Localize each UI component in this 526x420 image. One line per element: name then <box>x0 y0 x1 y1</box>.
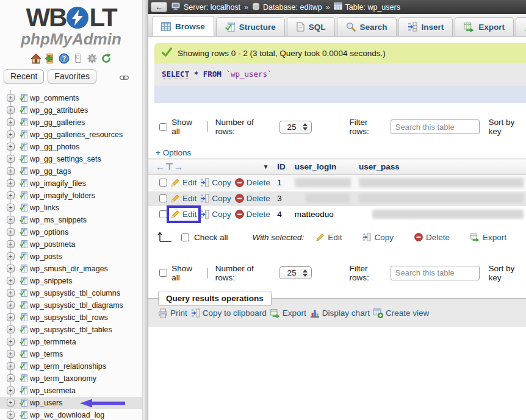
column-order-icons[interactable]: ←⊤→ <box>156 162 184 173</box>
back-button[interactable]: ← <box>151 2 167 12</box>
expand-plus-icon[interactable]: + <box>7 216 15 224</box>
print-link[interactable]: Print <box>158 308 187 318</box>
sidebar-table-item[interactable]: + wp_wc_download_log <box>0 409 142 420</box>
row-delete-link[interactable]: Delete <box>235 210 270 219</box>
expand-plus-icon[interactable]: + <box>7 179 15 187</box>
expand-plus-icon[interactable]: + <box>7 167 15 175</box>
sidebar-table-item[interactable]: + wp_supsystic_tbl_rows <box>0 311 142 324</box>
sidebar-table-item[interactable]: + wp_usermeta <box>0 385 142 397</box>
show-all-checkbox[interactable] <box>159 269 167 277</box>
expand-plus-icon[interactable]: + <box>7 338 15 346</box>
breadcrumb-table[interactable]: Table: wp_users <box>334 2 400 12</box>
sidebar-table-item[interactable]: + wp_users <box>0 397 142 409</box>
row-copy-link[interactable]: Copy <box>200 194 231 203</box>
help-icon[interactable]: ? <box>59 53 70 64</box>
column-header-user-pass[interactable]: user_pass <box>356 159 526 175</box>
row-edit-link[interactable]: Edit <box>171 194 196 203</box>
sidebar-table-item[interactable]: + wp_postmeta <box>0 238 142 251</box>
row-checkbox[interactable] <box>159 179 167 187</box>
expand-plus-icon[interactable]: + <box>7 313 15 321</box>
filter-rows-input[interactable] <box>391 266 480 280</box>
expand-plus-icon[interactable]: + <box>7 155 15 163</box>
sidebar-table-item[interactable]: + wp_supsystic_tbl_diagrams <box>0 299 142 311</box>
sidebar-table-item[interactable]: + wp_ms_snippets <box>0 214 142 226</box>
expand-plus-icon[interactable]: + <box>7 143 15 151</box>
expand-plus-icon[interactable]: + <box>7 386 15 394</box>
expand-plus-icon[interactable]: + <box>7 411 15 419</box>
sql-keyword-select[interactable]: SELECT <box>162 69 189 79</box>
expand-plus-icon[interactable]: + <box>7 362 15 370</box>
sidebar-table-item[interactable]: + wp_gg_galleries <box>0 116 142 129</box>
sidebar-table-item[interactable]: + wp_gg_galleries_resources <box>0 129 142 141</box>
sidebar-table-item[interactable]: + wp_gg_attributes <box>0 104 142 116</box>
with-selected-export[interactable]: Export <box>470 233 506 242</box>
tab-export[interactable]: Export <box>455 17 514 36</box>
tab-sql[interactable]: SQL <box>287 17 335 36</box>
recent-tab[interactable]: Recent <box>4 69 44 84</box>
favorites-tab[interactable]: Favorites <box>48 69 96 84</box>
refresh-icon[interactable] <box>101 53 112 64</box>
number-of-rows-select[interactable]: 25 <box>279 121 311 133</box>
expand-plus-icon[interactable]: + <box>7 191 15 199</box>
sidebar-table-item[interactable]: + wp_imagify_files <box>0 177 142 190</box>
sidebar-table-item[interactable]: + wp_imagify_folders <box>0 190 142 202</box>
tab-insert[interactable]: Insert <box>398 17 453 36</box>
number-of-rows-select[interactable]: 25 <box>279 266 311 279</box>
sidebar-table-item[interactable]: + wp_termmeta <box>0 336 142 348</box>
sidebar-resize-handle[interactable] <box>142 0 148 420</box>
row-checkbox[interactable] <box>159 194 167 202</box>
expand-plus-icon[interactable]: + <box>7 228 15 236</box>
copy-to-clipboard-link[interactable]: Copy to clipboard <box>191 308 267 318</box>
row-edit-link[interactable]: Edit <box>171 210 196 219</box>
breadcrumb-database[interactable]: Database: editwp <box>252 2 322 12</box>
expand-plus-icon[interactable]: + <box>7 326 15 333</box>
expand-plus-icon[interactable]: + <box>7 350 15 358</box>
tab-search[interactable]: Search <box>337 17 397 36</box>
expand-plus-icon[interactable]: + <box>7 301 15 309</box>
row-checkbox[interactable] <box>159 210 167 218</box>
sidebar-table-item[interactable]: + wp_supsystic_tbl_tables <box>0 324 142 336</box>
expand-plus-icon[interactable]: + <box>7 106 15 114</box>
sidebar-table-item[interactable]: + wp_gg_settings_sets <box>0 153 142 165</box>
tab-structure[interactable]: Structure <box>216 17 285 36</box>
column-header-id[interactable]: ID <box>275 159 292 175</box>
expand-plus-icon[interactable]: + <box>7 252 15 260</box>
sidebar-table-item[interactable]: + wp_supsystic_tbl_columns <box>0 287 142 299</box>
sidebar-table-item[interactable]: + wp_snippets <box>0 275 142 287</box>
logout-door-icon[interactable] <box>45 53 56 64</box>
with-selected-copy[interactable]: Copy <box>362 233 394 242</box>
home-icon[interactable] <box>31 53 41 64</box>
sidebar-table-item[interactable]: + wp_comments <box>0 92 142 104</box>
sidebar-table-item[interactable]: + wp_links <box>0 202 142 214</box>
expand-plus-icon[interactable]: + <box>7 204 15 212</box>
filter-rows-input[interactable] <box>391 119 480 134</box>
show-all-checkbox[interactable] <box>159 123 167 131</box>
row-delete-link[interactable]: Delete <box>235 178 270 187</box>
sidebar-table-item[interactable]: + wp_terms <box>0 348 142 360</box>
row-delete-link[interactable]: Delete <box>235 194 270 203</box>
row-edit-link[interactable]: Edit <box>171 178 196 187</box>
check-all-label[interactable]: Check all <box>194 233 228 242</box>
sidebar-table-item[interactable]: + wp_gg_photos <box>0 141 142 153</box>
row-copy-link[interactable]: Copy <box>200 178 231 187</box>
sidebar-table-item[interactable]: + wp_gg_tags <box>0 165 142 177</box>
with-selected-edit[interactable]: Edit <box>316 233 342 242</box>
expand-plus-icon[interactable]: + <box>7 240 15 248</box>
tab-import[interactable]: Import <box>516 17 526 36</box>
expand-plus-icon[interactable]: + <box>7 399 15 407</box>
sort-caret-icon[interactable]: ▼ <box>262 163 268 170</box>
expand-plus-icon[interactable]: + <box>7 130 15 138</box>
create-view-link[interactable]: Create view <box>373 308 429 318</box>
export-link[interactable]: Export <box>270 308 306 318</box>
breadcrumb-server[interactable]: Server: localhost <box>171 2 240 12</box>
row-copy-link[interactable]: Copy <box>200 210 231 219</box>
expand-plus-icon[interactable]: + <box>7 265 15 272</box>
tab-browse[interactable]: Browse <box>152 16 214 36</box>
documentation-icon[interactable] <box>73 53 84 64</box>
options-toggle-link[interactable]: + Options <box>156 148 191 157</box>
sidebar-table-item[interactable]: + wp_smush_dir_images <box>0 263 142 275</box>
expand-plus-icon[interactable]: + <box>7 289 15 297</box>
sidebar-table-item[interactable]: + wp_term_taxonomy <box>0 372 142 385</box>
settings-gear-icon[interactable] <box>87 53 98 64</box>
expand-plus-icon[interactable]: + <box>7 374 15 382</box>
